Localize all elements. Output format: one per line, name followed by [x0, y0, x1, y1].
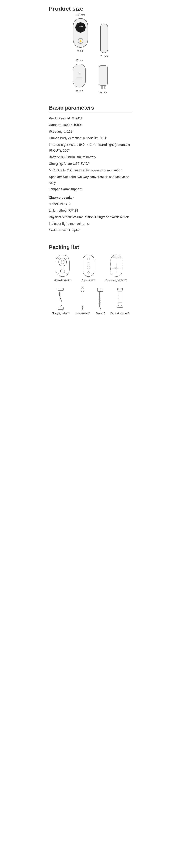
svg-point-35	[81, 287, 84, 292]
chime-side-svg	[97, 65, 109, 90]
packing-backboard-label: Backboard *1	[81, 279, 96, 282]
param-infrared: Infrared night vision: 940nm X 4 infrare…	[49, 142, 132, 154]
param-speaker: Speaker: Supports two-way conversation a…	[49, 174, 132, 186]
svg-text:Zeeje: Zeeje	[79, 26, 83, 27]
svg-point-19	[58, 273, 59, 274]
packing-cable-label: Charging cable*1	[52, 312, 70, 315]
svg-rect-10	[99, 66, 107, 86]
svg-point-25	[87, 266, 90, 269]
svg-rect-36	[82, 292, 83, 306]
doorbell-height-label: 133 mm	[76, 13, 85, 16]
top-diagram-row: 133 mm Zeeje 🔔 48 mm	[49, 18, 132, 58]
doorbell-side-diagram: 28 mm	[100, 23, 109, 58]
packing-item-screw: Screw *5	[96, 287, 105, 315]
product-size-title: Product size	[49, 5, 132, 12]
doorbell-packing-svg	[54, 254, 71, 277]
svg-rect-11	[101, 86, 103, 89]
xiaomo-button: Physical button: Volume button + rington…	[49, 214, 132, 220]
svg-point-1	[76, 23, 86, 33]
doorbell-side-svg	[100, 23, 109, 54]
svg-marker-37	[82, 306, 83, 310]
param-human-detection: Human body detection sensor: 3m, 110°	[49, 135, 132, 141]
packing-item-needle: Hole needle *1	[75, 287, 90, 315]
chime-depth-label: 23 mm	[100, 91, 107, 94]
product-size-section: Product size 133 mm Zeeje 🔔 48 m	[49, 5, 132, 94]
packing-screw-label: Screw *5	[96, 312, 105, 315]
chime-side-diagram: 23 mm	[97, 65, 109, 94]
doorbell-front-svg: Zeeje 🔔	[72, 18, 89, 48]
param-model: Product model: MDB11	[49, 116, 132, 121]
sticker-packing-svg: Positioning sticker	[109, 254, 124, 277]
backboard-packing-svg	[81, 254, 96, 277]
svg-rect-56	[117, 306, 123, 307]
xiaomo-title: Xiaomo speaker	[49, 196, 132, 200]
param-mic: MIC: Single MIC, support for two-way con…	[49, 167, 132, 173]
xiaomo-node: Node: Power Adapter	[49, 227, 132, 233]
svg-point-20	[67, 273, 67, 274]
svg-rect-6	[73, 64, 86, 87]
packing-item-doorbell: Video doorbell *1	[54, 254, 72, 282]
packing-row-1: Video doorbell *1 Backboard *1	[49, 254, 132, 282]
packing-row-2: Charging cable*1 Hole needle *1	[49, 287, 132, 315]
packing-item-backboard: Backboard *1	[81, 254, 96, 282]
xiaomo-indicator: Indicator light: monochrome	[49, 221, 132, 227]
main-params-group: Product model: MDB11 Camera: 1920 X 1080…	[49, 116, 132, 192]
xiaomo-link: Link method: RF433	[49, 208, 132, 213]
svg-rect-32	[58, 288, 63, 290]
packing-sticker-label: Positioning sticker *1	[105, 279, 127, 282]
chime-width-label: 41 mm	[76, 89, 83, 92]
svg-point-23	[87, 272, 89, 273]
chime-height-label: 86 mm	[76, 59, 83, 62]
packing-needle-label: Hole needle *1	[75, 312, 90, 315]
packing-item-cable: Charging cable*1	[52, 287, 70, 315]
svg-point-14	[59, 258, 67, 266]
svg-marker-49	[100, 307, 101, 310]
packing-tube-label: Expansion tube *5	[110, 312, 130, 315]
packing-section: Packing list Video doorbell	[49, 244, 132, 315]
chime-front-diagram: 86 mm RF 41 mm	[72, 63, 86, 92]
bottom-diagram-row: 86 mm RF 41 mm 23	[49, 63, 132, 94]
svg-rect-12	[104, 86, 105, 89]
svg-rect-5	[100, 24, 108, 53]
svg-point-15	[61, 260, 64, 264]
packing-doorbell-label: Video doorbell *1	[54, 279, 72, 282]
xiaomo-model: Model: MDB12	[49, 201, 132, 207]
doorbell-front-diagram: 133 mm Zeeje 🔔 48 mm	[72, 18, 89, 52]
needle-packing-svg	[80, 287, 85, 310]
param-charging: Charging: Micro-USB 5V 2A	[49, 161, 132, 166]
svg-rect-41	[100, 291, 101, 307]
svg-text:Positioning sticker: Positioning sticker	[111, 257, 122, 258]
parameters-title: Basic parameters	[49, 105, 132, 113]
cable-packing-svg	[54, 287, 67, 310]
packing-title: Packing list	[49, 244, 132, 250]
param-wide-angle: Wide angle: 122°	[49, 129, 132, 134]
packing-item-sticker: Positioning sticker Positioning sticker …	[105, 254, 127, 282]
chime-front-svg: RF	[72, 63, 86, 88]
doorbell-width-label: 48 mm	[77, 49, 84, 52]
param-battery: Battery: 3000mAh lithium battery	[49, 154, 132, 160]
tube-packing-svg	[117, 287, 124, 310]
svg-point-22	[87, 258, 89, 260]
param-camera: Camera: 1920 X 1080p	[49, 122, 132, 128]
svg-point-24	[87, 262, 90, 265]
screw-packing-svg	[97, 287, 104, 310]
parameters-section: Basic parameters Product model: MDB11 Ca…	[49, 105, 132, 233]
param-tamper: Tamper alarm: support	[49, 186, 132, 192]
svg-text:RF: RF	[78, 73, 81, 75]
svg-point-18	[67, 258, 67, 259]
svg-point-16	[60, 269, 65, 273]
svg-text:🔔: 🔔	[79, 40, 82, 42]
xiaomo-params-group: Xiaomo speaker Model: MDB12 Link method:…	[49, 196, 132, 233]
svg-point-17	[58, 258, 59, 259]
doorbell-depth-label: 28 mm	[100, 55, 108, 58]
packing-item-tube: Expansion tube *5	[110, 287, 130, 315]
